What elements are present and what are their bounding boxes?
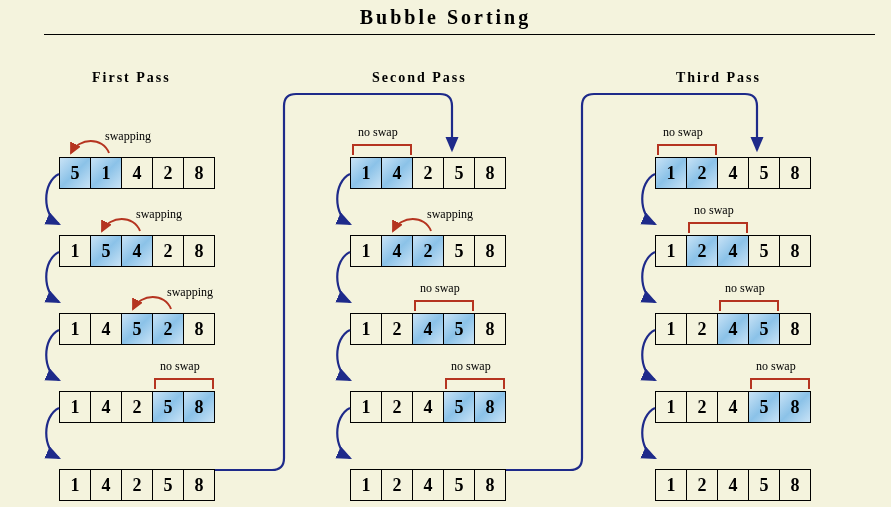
no-swap-bracket-icon — [652, 139, 724, 159]
array-cell: 4 — [121, 157, 153, 189]
array-cell: 8 — [779, 391, 811, 423]
pass-label-3: Third Pass — [676, 70, 761, 86]
array-cell: 1 — [59, 391, 91, 423]
array-cell: 2 — [381, 391, 413, 423]
array-cell: 1 — [350, 313, 382, 345]
no-swap-bracket-icon — [714, 295, 786, 315]
array-cell: 4 — [412, 469, 444, 501]
pass-label-2: Second Pass — [372, 70, 467, 86]
page-title: Bubble Sorting — [0, 6, 891, 29]
pass-label-1: First Pass — [92, 70, 171, 86]
array-cell: 8 — [183, 157, 215, 189]
array-cell: 1 — [655, 391, 687, 423]
array-cell: 1 — [350, 157, 382, 189]
array-cell: 2 — [412, 157, 444, 189]
array-cell: 2 — [381, 313, 413, 345]
array-cell: 2 — [686, 235, 718, 267]
array-cell: 8 — [779, 469, 811, 501]
array-cell: 2 — [686, 313, 718, 345]
array-cell: 4 — [90, 391, 122, 423]
array-cell: 5 — [443, 391, 475, 423]
array-cell: 5 — [443, 313, 475, 345]
array: 14528 — [59, 313, 214, 345]
diagram-root: Bubble Sorting First Pass Second Pass Th… — [0, 0, 891, 507]
array-cell: 5 — [748, 157, 780, 189]
array-cell: 4 — [90, 469, 122, 501]
array-cell: 5 — [443, 469, 475, 501]
no-swap-label: no swap — [756, 359, 796, 374]
array-cell: 8 — [474, 313, 506, 345]
array-cell: 5 — [443, 157, 475, 189]
array-cell: 5 — [121, 313, 153, 345]
no-swap-bracket-icon — [745, 373, 817, 393]
array-cell: 5 — [443, 235, 475, 267]
array: 15428 — [59, 235, 214, 267]
array-cell: 8 — [183, 235, 215, 267]
array-cell: 4 — [412, 391, 444, 423]
array-cell: 8 — [474, 157, 506, 189]
array-cell: 1 — [655, 157, 687, 189]
array: 12458 — [655, 235, 810, 267]
no-swap-label: no swap — [358, 125, 398, 140]
array: 14258 — [350, 157, 505, 189]
array-cell: 1 — [655, 235, 687, 267]
array-cell: 4 — [717, 391, 749, 423]
array: 51428 — [59, 157, 214, 189]
swap-label: swapping — [167, 285, 213, 300]
array: 14258 — [59, 469, 214, 501]
no-swap-bracket-icon — [409, 295, 481, 315]
array-cell: 4 — [90, 313, 122, 345]
array-cell: 2 — [121, 391, 153, 423]
no-swap-label: no swap — [725, 281, 765, 296]
array-cell: 5 — [59, 157, 91, 189]
array-cell: 4 — [381, 235, 413, 267]
array-cell: 1 — [655, 313, 687, 345]
swap-label: swapping — [136, 207, 182, 222]
array-cell: 4 — [717, 157, 749, 189]
no-swap-label: no swap — [420, 281, 460, 296]
array: 12458 — [655, 313, 810, 345]
array-cell: 8 — [779, 235, 811, 267]
array-cell: 1 — [350, 235, 382, 267]
array-cell: 5 — [152, 391, 184, 423]
array: 12458 — [350, 313, 505, 345]
array-cell: 4 — [412, 313, 444, 345]
array: 12458 — [350, 469, 505, 501]
no-swap-bracket-icon — [440, 373, 512, 393]
array-cell: 8 — [474, 469, 506, 501]
array-cell: 2 — [381, 469, 413, 501]
no-swap-label: no swap — [663, 125, 703, 140]
array-cell: 5 — [748, 469, 780, 501]
no-swap-label: no swap — [160, 359, 200, 374]
array-cell: 5 — [152, 469, 184, 501]
array-cell: 4 — [381, 157, 413, 189]
no-swap-bracket-icon — [683, 217, 755, 237]
array-cell: 1 — [350, 391, 382, 423]
array-cell: 5 — [748, 391, 780, 423]
no-swap-bracket-icon — [347, 139, 419, 159]
array-cell: 1 — [90, 157, 122, 189]
array-cell: 2 — [152, 313, 184, 345]
array-cell: 2 — [152, 235, 184, 267]
array-cell: 8 — [779, 157, 811, 189]
array-cell: 8 — [779, 313, 811, 345]
swap-label: swapping — [105, 129, 151, 144]
array-cell: 1 — [59, 235, 91, 267]
array-cell: 1 — [350, 469, 382, 501]
array: 12458 — [655, 391, 810, 423]
array: 14258 — [59, 391, 214, 423]
array-cell: 8 — [183, 313, 215, 345]
array-cell: 4 — [717, 313, 749, 345]
swap-label: swapping — [427, 207, 473, 222]
no-swap-label: no swap — [451, 359, 491, 374]
array-cell: 2 — [686, 469, 718, 501]
no-swap-bracket-icon — [149, 373, 221, 393]
array-cell: 4 — [717, 235, 749, 267]
array: 12458 — [350, 391, 505, 423]
array-cell: 2 — [686, 157, 718, 189]
no-swap-label: no swap — [694, 203, 734, 218]
array-cell: 2 — [686, 391, 718, 423]
array-cell: 1 — [655, 469, 687, 501]
title-rule — [44, 34, 875, 35]
array-cell: 2 — [121, 469, 153, 501]
